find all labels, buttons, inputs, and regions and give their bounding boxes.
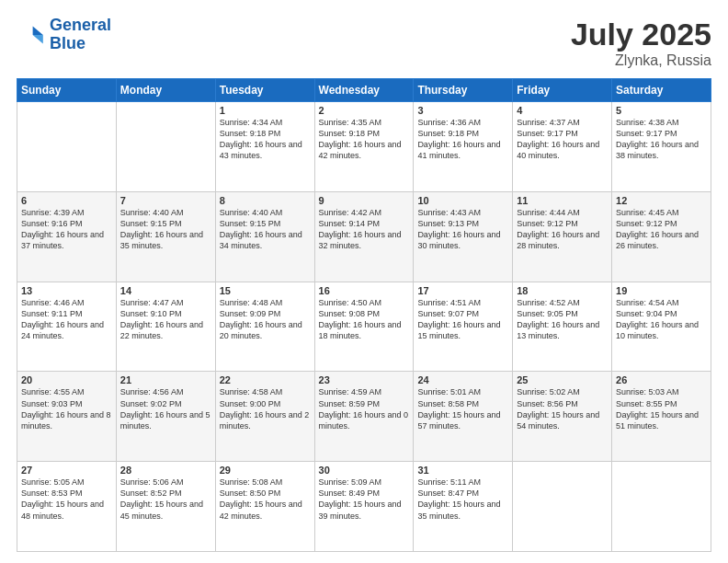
day-number: 3 [417,105,508,116]
header: General Blue July 2025 Zlynka, Russia [17,17,711,69]
day-number: 5 [616,105,707,116]
weekday-header-sunday: Sunday [17,79,117,102]
cell-info: Sunrise: 4:59 AM Sunset: 8:59 PM Dayligh… [319,386,410,431]
calendar-cell [116,102,215,192]
day-number: 30 [319,465,410,476]
cell-info: Sunrise: 4:38 AM Sunset: 9:17 PM Dayligh… [616,117,707,162]
day-number: 18 [517,285,608,296]
calendar-cell: 1Sunrise: 4:34 AM Sunset: 9:18 PM Daylig… [215,102,314,192]
day-number: 13 [21,285,112,296]
svg-marker-0 [33,26,43,35]
svg-marker-1 [33,35,43,44]
cell-info: Sunrise: 4:56 AM Sunset: 9:02 PM Dayligh… [120,386,211,431]
calendar-cell: 4Sunrise: 4:37 AM Sunset: 9:17 PM Daylig… [513,102,612,192]
cell-info: Sunrise: 4:40 AM Sunset: 9:15 PM Dayligh… [120,207,211,252]
title-block: July 2025 Zlynka, Russia [571,17,711,69]
calendar-cell: 5Sunrise: 4:38 AM Sunset: 9:17 PM Daylig… [612,102,711,192]
day-number: 6 [21,195,112,206]
calendar-cell: 10Sunrise: 4:43 AM Sunset: 9:13 PM Dayli… [414,191,513,282]
calendar-cell: 17Sunrise: 4:51 AM Sunset: 9:07 PM Dayli… [414,282,513,372]
calendar-cell: 14Sunrise: 4:47 AM Sunset: 9:10 PM Dayli… [116,282,215,372]
day-number: 27 [21,465,112,476]
cell-info: Sunrise: 4:45 AM Sunset: 9:12 PM Dayligh… [616,207,707,252]
cell-info: Sunrise: 5:02 AM Sunset: 8:56 PM Dayligh… [517,386,608,431]
calendar-cell: 24Sunrise: 5:01 AM Sunset: 8:58 PM Dayli… [414,372,513,462]
logo-icon [17,20,46,50]
cell-info: Sunrise: 5:03 AM Sunset: 8:55 PM Dayligh… [616,386,707,431]
cell-info: Sunrise: 4:51 AM Sunset: 9:07 PM Dayligh… [417,297,508,342]
calendar-cell: 12Sunrise: 4:45 AM Sunset: 9:12 PM Dayli… [612,191,711,282]
calendar-cell [612,462,711,552]
calendar-cell: 21Sunrise: 4:56 AM Sunset: 9:02 PM Dayli… [116,372,215,462]
cell-info: Sunrise: 4:36 AM Sunset: 9:18 PM Dayligh… [417,117,508,162]
calendar-cell: 18Sunrise: 4:52 AM Sunset: 9:05 PM Dayli… [513,282,612,372]
cell-info: Sunrise: 4:35 AM Sunset: 9:18 PM Dayligh… [319,117,410,162]
cell-info: Sunrise: 4:43 AM Sunset: 9:13 PM Dayligh… [417,207,508,252]
day-number: 17 [417,285,508,296]
cell-info: Sunrise: 5:05 AM Sunset: 8:53 PM Dayligh… [21,477,112,522]
weekday-header-saturday: Saturday [612,79,711,102]
logo-text: General Blue [50,17,111,53]
calendar-cell: 28Sunrise: 5:06 AM Sunset: 8:52 PM Dayli… [116,462,215,552]
calendar-cell: 8Sunrise: 4:40 AM Sunset: 9:15 PM Daylig… [215,191,314,282]
location-subtitle: Zlynka, Russia [571,52,711,69]
page: General Blue July 2025 Zlynka, Russia Su… [0,0,728,563]
cell-info: Sunrise: 4:34 AM Sunset: 9:18 PM Dayligh… [220,117,311,162]
weekday-header-friday: Friday [513,79,612,102]
calendar-cell: 25Sunrise: 5:02 AM Sunset: 8:56 PM Dayli… [513,372,612,462]
cell-info: Sunrise: 4:52 AM Sunset: 9:05 PM Dayligh… [517,297,608,342]
day-number: 14 [120,285,211,296]
cell-info: Sunrise: 4:39 AM Sunset: 9:16 PM Dayligh… [21,207,112,252]
calendar-cell: 22Sunrise: 4:58 AM Sunset: 9:00 PM Dayli… [215,372,314,462]
cell-info: Sunrise: 4:50 AM Sunset: 9:08 PM Dayligh… [319,297,410,342]
day-number: 10 [417,195,508,206]
cell-info: Sunrise: 5:01 AM Sunset: 8:58 PM Dayligh… [417,386,508,431]
day-number: 16 [319,285,410,296]
day-number: 12 [616,195,707,206]
calendar-cell: 23Sunrise: 4:59 AM Sunset: 8:59 PM Dayli… [314,372,414,462]
calendar-cell: 3Sunrise: 4:36 AM Sunset: 9:18 PM Daylig… [414,102,513,192]
cell-info: Sunrise: 4:42 AM Sunset: 9:14 PM Dayligh… [319,207,410,252]
calendar-week-3: 13Sunrise: 4:46 AM Sunset: 9:11 PM Dayli… [17,282,711,372]
calendar-week-2: 6Sunrise: 4:39 AM Sunset: 9:16 PM Daylig… [17,191,711,282]
day-number: 2 [319,105,410,116]
weekday-header-tuesday: Tuesday [215,79,314,102]
cell-info: Sunrise: 4:46 AM Sunset: 9:11 PM Dayligh… [21,297,112,342]
calendar-table: SundayMondayTuesdayWednesdayThursdayFrid… [17,78,711,552]
day-number: 1 [220,105,311,116]
day-number: 20 [21,374,112,385]
cell-info: Sunrise: 4:55 AM Sunset: 9:03 PM Dayligh… [21,386,112,431]
calendar-cell: 11Sunrise: 4:44 AM Sunset: 9:12 PM Dayli… [513,191,612,282]
day-number: 31 [417,465,508,476]
cell-info: Sunrise: 4:58 AM Sunset: 9:00 PM Dayligh… [220,386,311,431]
day-number: 21 [120,374,211,385]
weekday-header-monday: Monday [116,79,215,102]
weekday-header-wednesday: Wednesday [314,79,414,102]
calendar-cell: 9Sunrise: 4:42 AM Sunset: 9:14 PM Daylig… [314,191,414,282]
calendar-cell: 7Sunrise: 4:40 AM Sunset: 9:15 PM Daylig… [116,191,215,282]
weekday-header-row: SundayMondayTuesdayWednesdayThursdayFrid… [17,79,711,102]
calendar-cell: 26Sunrise: 5:03 AM Sunset: 8:55 PM Dayli… [612,372,711,462]
day-number: 7 [120,195,211,206]
calendar-week-1: 1Sunrise: 4:34 AM Sunset: 9:18 PM Daylig… [17,102,711,192]
cell-info: Sunrise: 5:11 AM Sunset: 8:47 PM Dayligh… [417,477,508,522]
cell-info: Sunrise: 5:09 AM Sunset: 8:49 PM Dayligh… [319,477,410,522]
weekday-header-thursday: Thursday [414,79,513,102]
day-number: 29 [220,465,311,476]
day-number: 28 [120,465,211,476]
cell-info: Sunrise: 4:54 AM Sunset: 9:04 PM Dayligh… [616,297,707,342]
day-number: 15 [220,285,311,296]
day-number: 24 [417,374,508,385]
day-number: 4 [517,105,608,116]
day-number: 11 [517,195,608,206]
calendar-cell: 6Sunrise: 4:39 AM Sunset: 9:16 PM Daylig… [17,191,117,282]
cell-info: Sunrise: 4:44 AM Sunset: 9:12 PM Dayligh… [517,207,608,252]
cell-info: Sunrise: 5:08 AM Sunset: 8:50 PM Dayligh… [220,477,311,522]
day-number: 19 [616,285,707,296]
cell-info: Sunrise: 5:06 AM Sunset: 8:52 PM Dayligh… [120,477,211,522]
calendar-cell: 13Sunrise: 4:46 AM Sunset: 9:11 PM Dayli… [17,282,117,372]
calendar-cell: 15Sunrise: 4:48 AM Sunset: 9:09 PM Dayli… [215,282,314,372]
calendar-cell: 27Sunrise: 5:05 AM Sunset: 8:53 PM Dayli… [17,462,117,552]
calendar-cell: 19Sunrise: 4:54 AM Sunset: 9:04 PM Dayli… [612,282,711,372]
calendar-week-5: 27Sunrise: 5:05 AM Sunset: 8:53 PM Dayli… [17,462,711,552]
